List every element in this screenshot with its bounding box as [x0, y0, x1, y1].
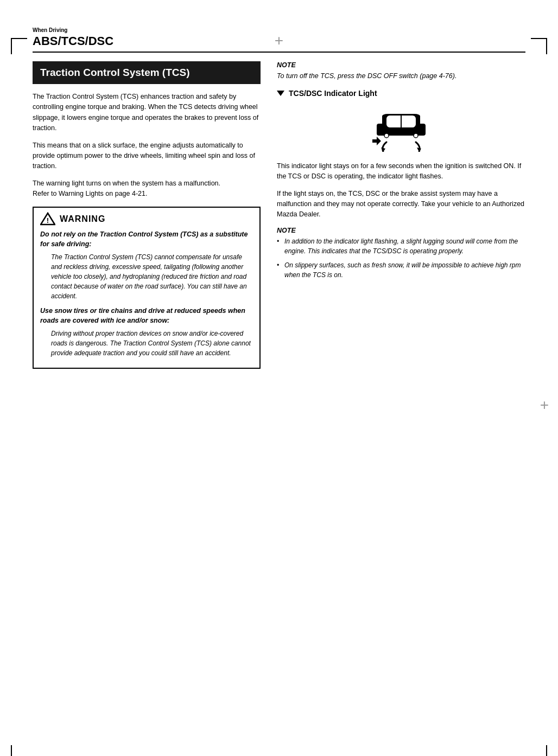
indicator-para2: If the light stays on, the TCS, DSC or t…	[277, 189, 525, 220]
corner-bracket-tl	[11, 38, 27, 54]
warning-header: ! WARNING	[40, 212, 253, 226]
two-column-layout: Traction Control System (TCS) The Tracti…	[33, 61, 525, 374]
car-tcs-icon	[371, 103, 431, 152]
svg-point-6	[384, 133, 389, 138]
corner-bracket-br	[531, 745, 547, 756]
car-icon-container	[277, 103, 525, 153]
note2-bullet-1: In addition to the indicator light flash…	[277, 236, 525, 256]
svg-marker-8	[381, 148, 385, 152]
page-container: When Driving ABS/TCS/DSC Traction Contro…	[0, 27, 558, 756]
corner-bracket-bl	[11, 745, 27, 756]
note2-bullets: In addition to the indicator light flash…	[277, 236, 525, 280]
tcs-para1: The Traction Control System (TCS) enhanc…	[33, 92, 261, 134]
crosshair-right-icon	[531, 397, 558, 413]
right-column: NOTE To turn off the TCS, press the DSC …	[277, 61, 525, 284]
svg-point-7	[414, 133, 418, 138]
note1-label: NOTE	[277, 61, 525, 69]
crosshair-top-icon	[271, 27, 287, 54]
indicator-heading: TCS/DSC Indicator Light	[277, 89, 525, 98]
warning-body1: The Traction Control System (TCS) cannot…	[51, 252, 253, 301]
indicator-heading-text: TCS/DSC Indicator Light	[289, 89, 377, 98]
corner-bracket-tr	[531, 38, 547, 54]
content-area: When Driving ABS/TCS/DSC Traction Contro…	[33, 27, 525, 374]
note2-bullet-2: On slippery surfaces, such as fresh snow…	[277, 260, 525, 280]
indicator-para1: This indicator light stays on for a few …	[277, 161, 525, 182]
tcs-para3: The warning light turns on when the syst…	[33, 178, 261, 200]
note2-label: NOTE	[277, 227, 525, 234]
warning-triangle-icon: !	[40, 212, 55, 226]
triangle-down-icon	[277, 91, 284, 96]
warning-subheading1: Do not rely on the Traction Control Syst…	[40, 230, 253, 249]
warning-box: ! WARNING Do not rely on the Traction Co…	[33, 207, 261, 369]
left-column: Traction Control System (TCS) The Tracti…	[33, 61, 261, 374]
svg-marker-9	[417, 148, 421, 152]
svg-text:!: !	[47, 216, 49, 225]
warning-body2: Driving without proper traction devices …	[51, 329, 253, 358]
tcs-para2: This means that on a slick surface, the …	[33, 140, 261, 172]
tcs-title-box: Traction Control System (TCS)	[33, 61, 261, 84]
warning-label: WARNING	[60, 214, 105, 224]
note1-text: To turn off the TCS, press the DSC OFF s…	[277, 71, 525, 81]
warning-subheading2: Use snow tires or tire chains and drive …	[40, 306, 253, 325]
